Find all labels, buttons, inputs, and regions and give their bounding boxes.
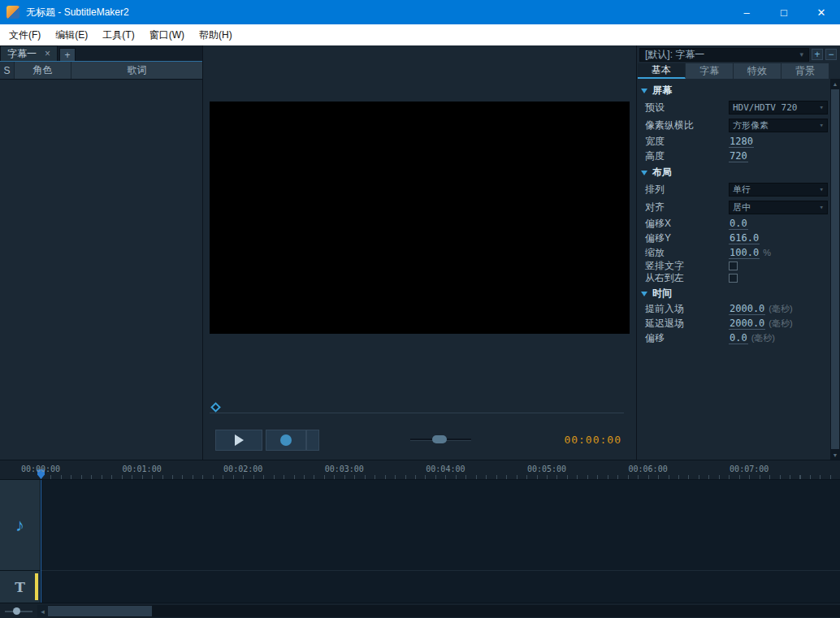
properties-list: 屏幕预设HDV/HDTV 720▾像素纵横比方形像素▾宽度1280高度720布局… (637, 79, 830, 460)
scrollbar-thumb[interactable] (831, 89, 839, 449)
property-checkbox[interactable] (729, 261, 738, 270)
property-value[interactable]: 0.0 (729, 332, 748, 344)
chevron-down-icon: ▾ (820, 103, 824, 111)
menu-item[interactable]: 编辑(E) (48, 24, 95, 45)
menu-bar: 文件(F)编辑(E)工具(T)窗口(W)帮助(H) (0, 24, 840, 45)
property-tab[interactable]: 字幕 (686, 63, 734, 79)
property-tab[interactable]: 背景 (782, 63, 829, 79)
property-tab[interactable]: 基本 (638, 63, 686, 79)
property-value[interactable]: 2000.0 (729, 318, 765, 330)
subtitle-track-header[interactable]: T (0, 571, 41, 603)
audio-track-header[interactable]: ♪ (0, 480, 41, 571)
scroll-down-icon[interactable]: ▼ (830, 450, 840, 460)
property-value[interactable]: 0.0 (729, 218, 748, 230)
section-title: 屏幕 (652, 84, 672, 97)
column-header-s[interactable]: S (0, 62, 15, 79)
menu-item[interactable]: 帮助(H) (192, 24, 240, 45)
chevron-down-icon: ▾ (820, 203, 824, 211)
zoom-slider-handle[interactable] (13, 607, 20, 615)
remove-preset-button[interactable]: − (825, 49, 837, 60)
play-button[interactable] (215, 430, 262, 451)
property-dropdown[interactable]: 居中▾ (729, 201, 828, 214)
property-row: 偏移0.0(毫秒) (637, 331, 830, 345)
add-tab-button[interactable]: + (59, 48, 76, 61)
section-header[interactable]: 屏幕 (637, 83, 830, 98)
property-value[interactable]: 2000.0 (729, 303, 765, 315)
dropdown-value: 单行 (733, 184, 751, 196)
main-area: 字幕一 × + S 角色 歌词 (0, 45, 840, 460)
property-label: 提前入场 (645, 302, 729, 316)
property-value[interactable]: 720 (729, 150, 748, 162)
scroll-left-icon[interactable]: ◂ (37, 605, 48, 617)
property-row: 偏移Y616.0 (637, 231, 830, 245)
horizontal-scrollbar[interactable]: ◂ (37, 605, 840, 617)
app-icon (6, 6, 19, 19)
extra-control-button[interactable] (306, 430, 319, 451)
vertical-scrollbar[interactable]: ▲ ▼ (830, 79, 840, 460)
property-label: 像素纵横比 (645, 119, 729, 132)
subtitle-track-body[interactable] (41, 571, 840, 603)
property-tab[interactable]: 特效 (734, 63, 782, 79)
music-note-icon: ♪ (15, 515, 24, 536)
playhead-line[interactable] (41, 480, 41, 603)
property-row: 像素纵横比方形像素▾ (637, 116, 830, 134)
properties-panel: [默认]: 字幕一 ▾ + − 基本字幕特效背景 屏幕预设HDV/HDTV 72… (636, 45, 840, 460)
value-suffix: (毫秒) (769, 318, 792, 330)
property-label: 排列 (645, 183, 729, 197)
menu-item[interactable]: 文件(F) (2, 24, 48, 45)
section-title: 时间 (652, 287, 672, 300)
preset-selector[interactable]: [默认]: 字幕一 ▾ (639, 48, 809, 62)
timeline-ruler[interactable]: 00:00:0000:01:0000:02:0000:03:0000:04:00… (0, 460, 840, 480)
ruler-label: 00:00:00 (21, 465, 60, 473)
property-row: 预设HDV/HDTV 720▾ (637, 98, 830, 116)
minimize-button[interactable]: – (728, 0, 765, 24)
property-row: 竖排文字 (637, 260, 830, 272)
property-dropdown[interactable]: 方形像素▾ (729, 119, 828, 132)
ruler-label: 00:01:00 (123, 465, 162, 473)
tab-close-icon[interactable]: × (45, 48, 50, 59)
audio-track: ♪ (0, 480, 840, 571)
record-icon (280, 434, 292, 446)
maximize-button[interactable]: □ (765, 0, 803, 24)
property-value[interactable]: 616.0 (729, 232, 760, 244)
property-value[interactable]: 100.0 (729, 247, 760, 259)
property-label: 延迟退场 (645, 317, 729, 331)
section-header[interactable]: 布局 (637, 165, 830, 180)
menu-item[interactable]: 工具(T) (95, 24, 141, 45)
section-header[interactable]: 时间 (637, 286, 830, 301)
horizontal-scrollbar-thumb[interactable] (48, 606, 152, 616)
time-display: 00:00:00 (564, 434, 621, 446)
menu-item[interactable]: 窗口(W) (142, 24, 192, 45)
subtitle-list-body[interactable] (0, 80, 202, 460)
property-row: 提前入场2000.0(毫秒) (637, 301, 830, 316)
collapse-triangle-icon (641, 292, 647, 296)
window-controls: – □ ✕ (728, 0, 840, 24)
timeline-bottom-bar: ◂ (0, 603, 840, 618)
volume-slider-handle[interactable] (432, 435, 447, 443)
scroll-up-icon[interactable]: ▲ (830, 79, 840, 89)
property-value[interactable]: 1280 (729, 136, 754, 148)
audio-track-body[interactable] (41, 480, 840, 571)
record-button[interactable] (266, 430, 306, 451)
tab-subtitle-one[interactable]: 字幕一 × (0, 45, 58, 61)
position-diamond-icon[interactable] (210, 402, 221, 413)
column-header-lyrics[interactable]: 歌词 (71, 62, 202, 79)
subtitle-clip-marker[interactable] (35, 573, 38, 600)
preview-panel: 00:00:00 (203, 45, 636, 460)
ruler-label: 00:06:00 (629, 465, 668, 473)
property-label: 偏移X (645, 217, 729, 231)
tab-label: 字幕一 (7, 47, 37, 61)
seek-bar[interactable] (210, 413, 624, 413)
ruler-ticks (41, 475, 840, 479)
property-tabs: 基本字幕特效背景 (638, 63, 830, 79)
timeline: 00:00:0000:01:0000:02:0000:03:0000:04:00… (0, 460, 840, 618)
add-preset-button[interactable]: + (812, 49, 823, 60)
property-dropdown[interactable]: 单行▾ (729, 183, 828, 197)
property-checkbox[interactable] (729, 274, 738, 283)
collapse-triangle-icon (641, 89, 647, 93)
property-label: 偏移 (645, 331, 729, 345)
close-button[interactable]: ✕ (803, 0, 840, 24)
column-header-role[interactable]: 角色 (15, 62, 71, 79)
property-dropdown[interactable]: HDV/HDTV 720▾ (729, 101, 828, 115)
ruler-label: 00:03:00 (325, 465, 364, 473)
